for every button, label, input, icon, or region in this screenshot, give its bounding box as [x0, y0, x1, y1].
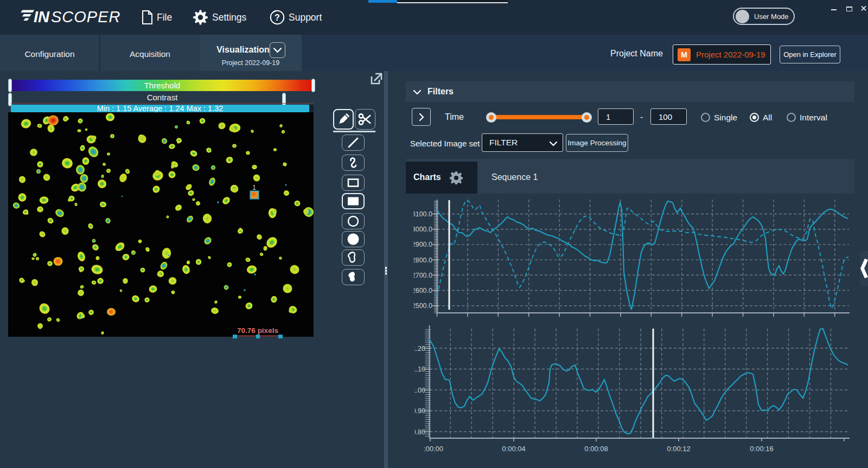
svg-text:?: ? — [275, 13, 280, 22]
svg-text:0:00:16: 0:00:16 — [750, 445, 773, 453]
svg-text:2600.0: 2600.0 — [412, 287, 432, 294]
svg-text:0:00:12: 0:00:12 — [667, 445, 690, 453]
svg-text:3100.0: 3100.0 — [412, 210, 432, 218]
svg-text:1: 1 — [252, 184, 256, 191]
svg-text:3000.0: 3000.0 — [412, 226, 432, 233]
svg-text:0:00:04: 0:00:04 — [502, 445, 525, 453]
svg-text:2500.0: 2500.0 — [412, 302, 432, 310]
svg-text:2700.0: 2700.0 — [412, 272, 432, 279]
svg-text::00:00: :00:00 — [424, 445, 443, 453]
svg-text:70.76 pixels: 70.76 pixels — [237, 326, 278, 335]
svg-text:2800.0: 2800.0 — [412, 257, 432, 264]
svg-text:SCOPER: SCOPER — [51, 8, 120, 25]
svg-text:2900.0: 2900.0 — [412, 241, 432, 248]
svg-text:0:00:08: 0:00:08 — [584, 445, 608, 453]
svg-text:IN: IN — [34, 8, 50, 25]
